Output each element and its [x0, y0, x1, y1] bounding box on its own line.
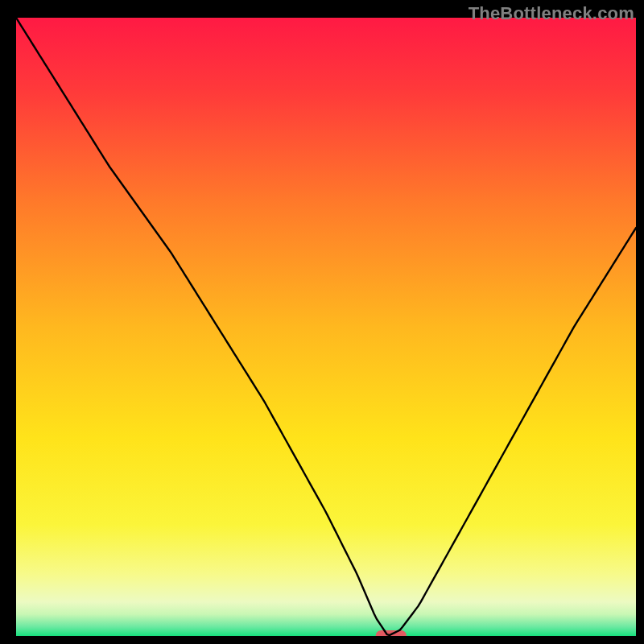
- bottleneck-chart: [16, 18, 636, 636]
- svg-rect-0: [16, 18, 636, 636]
- watermark-text: TheBottleneck.com: [469, 3, 634, 24]
- chart-svg: [16, 18, 636, 636]
- chart-frame: TheBottleneck.com: [0, 0, 644, 644]
